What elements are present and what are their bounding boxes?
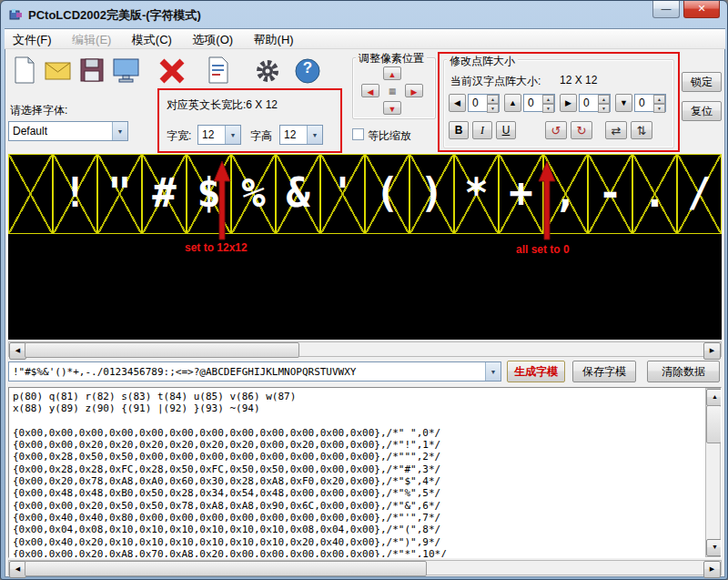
help-question-glyph: ? [294,59,321,77]
reset-button[interactable]: 复位 [682,101,722,121]
offset-left-value: 0 [469,95,487,111]
move-right-button[interactable]: ▶ [405,84,423,97]
open-file-icon[interactable] [45,59,72,83]
minimize-button[interactable]: — [652,1,680,18]
align-left-icon[interactable]: ◀ [449,94,466,112]
offset-right-spinner[interactable]: 0 ▲▼ [579,94,611,112]
output-line: {0x00,0x00,0x00,0x00,0x00,0x00,0x00,0x00… [9,427,703,439]
clear-data-button[interactable]: 清除数据 [647,361,720,382]
char-cell[interactable]: # [142,154,187,234]
spin-down-icon[interactable]: ▼ [598,104,610,113]
scroll-up-icon[interactable]: ▲ [706,389,722,406]
align-bottom-icon[interactable]: ▼ [615,94,632,112]
char-height-label: 字高 [250,128,272,144]
scroll-thumb[interactable] [706,405,722,443]
combo-arrow-icon[interactable]: ▼ [225,126,240,144]
ratio-label: 对应英文长宽比:6 X 12 [167,97,278,113]
scroll-right-icon[interactable]: ▶ [703,561,721,578]
output-horizontal-scrollbar[interactable]: ◀ ▶ [8,560,722,575]
output-vertical-scrollbar[interactable]: ▲ ▼ [705,388,721,557]
spin-up-icon[interactable]: ▲ [653,95,665,104]
spin-up-icon[interactable]: ▲ [542,95,554,104]
menu-help[interactable]: 帮助(H) [246,29,302,51]
italic-button[interactable]: I [472,121,492,139]
combo-arrow-icon[interactable]: ▼ [485,362,500,381]
close-button[interactable]: ✕ [683,1,720,18]
generate-button[interactable]: 生成字模 [507,361,565,382]
scale-checkbox[interactable] [352,128,364,140]
char-cell[interactable]: . [632,154,677,234]
clipboard-icon[interactable] [207,56,230,85]
scroll-right-icon[interactable]: ▶ [703,342,721,360]
spin-down-icon[interactable]: ▼ [542,104,554,113]
font-select-combo[interactable]: Default ▼ [8,121,128,141]
menu-options[interactable]: 选项(O) [184,29,241,51]
move-up-button[interactable]: ▲ [383,66,401,80]
spin-up-icon[interactable]: ▲ [598,95,610,104]
flip-vertical-icon[interactable]: ⇅ [631,121,652,139]
underline-button[interactable]: U [496,121,516,139]
char-height-combo[interactable]: 12 ▼ [279,125,323,145]
char-cell[interactable]: - [588,154,632,234]
character-preview-grid[interactable]: ! " # $ % & ' ( ) * + , - . / [8,154,722,340]
save-font-button[interactable]: 保存字模 [572,361,636,382]
char-cell[interactable]: ! [53,154,97,234]
rotate-left-icon[interactable]: ↺ [545,121,567,139]
move-down-button[interactable]: ▼ [383,101,401,115]
new-file-icon[interactable] [12,56,37,85]
char-cell[interactable]: % [231,154,276,234]
char-width-label: 字宽: [167,128,191,144]
help-icon[interactable]: ? [294,57,321,85]
scroll-thumb[interactable] [25,561,427,576]
combo-arrow-icon[interactable]: ▼ [112,122,127,140]
settings-gear-icon[interactable] [254,57,281,85]
annotation-left-text: set to 12x12 [185,241,248,254]
bold-button[interactable]: B [449,121,469,139]
offset-left-spinner[interactable]: 0 ▲▼ [468,94,500,112]
charmap-combo[interactable]: !"#$%&'()*+,-./0123456789:;<=>?@ABCDEFGH… [8,361,501,382]
display-setup-icon[interactable] [112,57,141,85]
char-cell[interactable]: & [276,154,320,234]
spin-down-icon[interactable]: ▼ [653,104,665,113]
char-cell[interactable]: / [677,154,722,234]
align-top-icon[interactable]: ▲ [504,94,521,112]
char-cell[interactable]: ) [410,154,454,234]
offset-top-spinner[interactable]: 0 ▲▼ [523,94,555,112]
scroll-down-icon[interactable]: ▼ [706,539,722,556]
minimize-icon: — [662,3,672,14]
save-icon[interactable] [79,57,105,83]
spin-up-icon[interactable]: ▲ [487,95,499,104]
title-bar[interactable]: PCtoLCD2002完美版-(字符模式) — ✕ [1,1,727,28]
menu-edit[interactable]: 编辑(E) [64,29,119,51]
char-cell[interactable]: ( [365,154,410,234]
menu-mode[interactable]: 模式(C) [124,29,180,51]
char-cell[interactable]: * [454,154,499,234]
rotate-right-icon[interactable]: ↻ [571,121,592,139]
output-line: p(80) q(81) r(82) s(83) t(84) u(85) v(86… [9,391,703,402]
char-cell[interactable]: " [97,154,142,234]
output-line: {0x00,0x00,0x20,0x20,0x20,0x20,0x20,0x20… [9,439,703,451]
output-line: {0x00,0x00,0x20,0x50,0x50,0x78,0xA8,0xA8… [9,500,703,512]
matrix-group-label: 修改点阵大小 [447,54,518,69]
matrix-current-value: 12 X 12 [560,74,597,86]
char-cell[interactable]: + [499,154,543,234]
flip-horizontal-icon[interactable]: ⇄ [605,121,627,139]
menu-file[interactable]: 文件(F) [5,29,60,51]
move-left-button[interactable]: ◀ [361,84,379,97]
output-area[interactable]: p(80) q(81) r(82) s(83) t(84) u(85) v(86… [8,387,722,558]
char-cell[interactable]: ' [320,154,365,234]
close-icon: ✕ [697,3,705,14]
lock-button[interactable]: 锁定 [682,72,722,92]
combo-arrow-icon[interactable]: ▼ [307,126,322,144]
scroll-thumb[interactable] [25,342,299,358]
offset-bottom-spinner[interactable]: 0 ▲▼ [634,94,666,112]
align-right-icon[interactable]: ▶ [560,94,577,112]
offset-top-value: 0 [524,95,542,111]
spin-down-icon[interactable]: ▼ [487,104,499,113]
grid-horizontal-scrollbar[interactable]: ◀ ▶ [8,341,722,357]
char-width-value: 12 [198,128,225,141]
char-width-combo[interactable]: 12 ▼ [197,125,241,145]
output-line: {0x00,0x40,0x40,0x80,0x00,0x00,0x00,0x00… [9,512,703,524]
delete-icon[interactable] [157,57,187,85]
char-cell[interactable] [8,154,53,234]
